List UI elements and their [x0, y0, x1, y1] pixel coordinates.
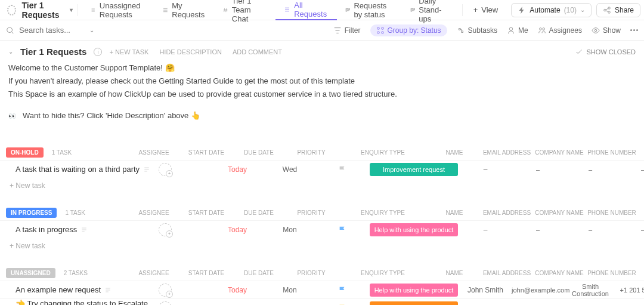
task-row[interactable]: A task in progress Today Mon Help with u… [0, 220, 644, 238]
col-phone: PHONE NUMBER [586, 149, 638, 156]
email-cell[interactable]: – [512, 226, 564, 233]
eye-icon [592, 26, 600, 35]
task-name[interactable]: A task in progress [16, 225, 159, 234]
assignee-cell[interactable] [159, 301, 211, 305]
assignee-cell[interactable] [159, 284, 211, 297]
tab-my-requests[interactable]: My Requests [154, 0, 215, 20]
group-by-chip[interactable]: Group by: Status [370, 24, 447, 36]
priority-flag-icon[interactable] [338, 286, 346, 294]
tab-team-chat[interactable]: Tier 1 Team Chat [215, 0, 275, 20]
svg-point-8 [608, 11, 611, 13]
company-cell[interactable]: Smith Construction [564, 283, 617, 297]
svg-point-9 [7, 27, 13, 32]
name-cell[interactable]: John Smith [459, 286, 512, 294]
due-date-cell[interactable]: Mon [264, 286, 316, 294]
more-menu[interactable] [630, 29, 638, 31]
task-name[interactable]: An example new request [16, 285, 159, 294]
company-cell[interactable]: – [564, 166, 617, 173]
svg-point-10 [377, 27, 379, 29]
task-name[interactable]: A task that is waiting on a third party [16, 165, 159, 174]
task-row[interactable]: A task that is waiting on a third party … [0, 160, 644, 178]
svg-point-14 [509, 27, 512, 30]
enquiry-cell[interactable]: Help with using the product [369, 223, 459, 236]
start-date-cell[interactable]: Today [211, 165, 264, 174]
svg-point-6 [604, 9, 606, 11]
status-pill[interactable]: ON-HOLD [6, 147, 44, 158]
svg-point-7 [608, 7, 611, 9]
status-pill[interactable]: IN PROGRESS [6, 208, 57, 218]
new-task-link[interactable]: + NEW TASK [109, 48, 148, 56]
share-button[interactable]: Share [596, 3, 640, 17]
chevron-down-icon[interactable]: ⌄ [89, 27, 94, 33]
company-cell[interactable]: – [564, 226, 617, 233]
task-row[interactable]: An example new request Today Mon Help wi… [0, 281, 644, 298]
svg-point-13 [381, 31, 383, 33]
tab-all-requests[interactable]: All Requests [275, 0, 337, 20]
edit-icon[interactable] [104, 286, 112, 294]
new-task-button[interactable]: + New task [0, 178, 644, 193]
phone-cell[interactable]: – [617, 166, 644, 173]
add-comment-link[interactable]: ADD COMMENT [233, 48, 282, 56]
col-email: EMAIL ADDRESS [481, 149, 533, 156]
tab-standups[interactable]: Daily Stand-ups [402, 0, 460, 20]
automate-button[interactable]: Automate(10) ⌄ [511, 3, 592, 17]
search-input-wrapper[interactable]: ⌄ [6, 26, 101, 35]
svg-rect-1 [348, 8, 349, 11]
priority-flag-icon[interactable] [338, 226, 346, 234]
edit-icon[interactable] [143, 166, 150, 173]
phone-cell[interactable]: – [617, 226, 644, 233]
svg-point-11 [381, 27, 383, 29]
task-row[interactable]: 👈 Try changing the status to Escalate to… [0, 298, 644, 305]
enquiry-cell[interactable]: Improvement request [369, 163, 459, 176]
me-button[interactable]: Me [507, 26, 528, 35]
add-view-button[interactable]: +View [465, 0, 507, 20]
search-input[interactable] [19, 26, 85, 35]
filter-icon [333, 26, 342, 35]
priority-flag-icon[interactable] [338, 165, 346, 174]
tab-by-status[interactable]: Requests by status [337, 0, 402, 20]
hide-description-link[interactable]: HIDE DESCRIPTION [159, 48, 222, 56]
task-name[interactable]: 👈 Try changing the status to Escalate to… [16, 299, 159, 305]
priority-cell[interactable] [316, 226, 369, 234]
filter-button[interactable]: Filter [333, 26, 361, 35]
collapse-icon[interactable]: ⌄ [8, 48, 13, 55]
enquiry-cell[interactable]: Help with using the product [369, 284, 459, 297]
phone-cell[interactable]: +1 201 555 555 [617, 286, 644, 294]
assignee-cell[interactable] [159, 163, 211, 176]
email-cell[interactable]: – [512, 166, 564, 173]
status-pill[interactable]: UNASSIGNED [6, 268, 55, 278]
board-icon [410, 6, 415, 14]
start-date-cell[interactable]: Today [211, 226, 264, 234]
col-priority: PRIORITY [285, 210, 338, 216]
col-name: NAME [428, 210, 481, 216]
add-assignee-icon[interactable] [159, 163, 172, 176]
col-priority: PRIORITY [285, 270, 338, 276]
subtasks-button[interactable]: Subtasks [457, 26, 497, 35]
show-button[interactable]: Show [592, 26, 621, 35]
priority-cell[interactable] [316, 286, 369, 294]
name-cell[interactable]: – [459, 165, 512, 174]
start-date-cell[interactable]: Today [211, 286, 264, 294]
col-enquiry: ENQUIRY TYPE [338, 210, 428, 216]
assignees-button[interactable]: Assignees [538, 26, 582, 35]
tab-unassigned[interactable]: Unassigned Requests [82, 0, 153, 20]
col-enquiry: ENQUIRY TYPE [338, 270, 428, 276]
info-icon[interactable]: i [94, 48, 102, 56]
due-date-cell[interactable]: Wed [264, 165, 316, 174]
col-company: COMPANY NAME [533, 210, 586, 216]
list-icon [284, 5, 290, 14]
add-assignee-icon[interactable] [159, 284, 172, 297]
name-cell[interactable]: – [459, 226, 512, 234]
enquiry-cell[interactable]: Report an issue [369, 301, 459, 305]
email-cell[interactable]: john@example.com [512, 286, 564, 294]
space-title[interactable]: Tier 1 Requests▾ [22, 1, 73, 20]
show-closed-toggle[interactable]: SHOW CLOSED [575, 48, 636, 56]
svg-rect-0 [346, 8, 347, 11]
new-task-button[interactable]: + New task [0, 238, 644, 254]
add-assignee-icon[interactable] [159, 223, 172, 236]
assignee-cell[interactable] [159, 223, 211, 236]
due-date-cell[interactable]: Mon [264, 226, 316, 234]
add-assignee-icon[interactable] [159, 301, 172, 305]
edit-icon[interactable] [80, 226, 88, 233]
priority-cell[interactable] [316, 165, 369, 174]
